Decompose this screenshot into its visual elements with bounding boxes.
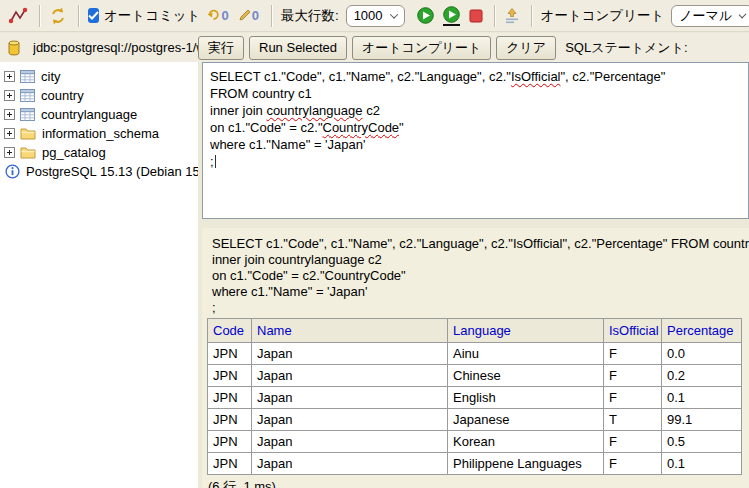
autocomplete-select[interactable]: ノーマル	[671, 5, 749, 27]
table-cell[interactable]: 0.0	[662, 343, 742, 365]
results-panel: SELECT c1."Code", c1."Name", c2."Languag…	[202, 228, 749, 488]
tree-item-pg-catalog[interactable]: pg_catalog	[4, 143, 198, 162]
autocomplete-button[interactable]: オートコンプリート	[352, 36, 491, 60]
table-cell[interactable]: JPN	[208, 343, 252, 365]
expand-icon[interactable]	[4, 109, 15, 120]
table-cell[interactable]: Philippene Languages	[448, 453, 604, 475]
table-cell[interactable]: JPN	[208, 453, 252, 475]
max-rows-select[interactable]: 1000	[346, 5, 405, 27]
execute-selected-icon[interactable]	[443, 6, 460, 26]
table-cell[interactable]: Japan	[252, 409, 448, 431]
result-table-body: JPNJapanAinuF0.0JPNJapanChineseF0.2JPNJa…	[208, 343, 742, 475]
table-cell[interactable]: 0.1	[662, 387, 742, 409]
table-cell[interactable]: F	[604, 431, 662, 453]
clear-button[interactable]: クリア	[496, 36, 556, 60]
table-cell[interactable]: JPN	[208, 409, 252, 431]
table-cell[interactable]: Korean	[448, 431, 604, 453]
table-row: JPNJapanChineseF0.2	[208, 365, 742, 387]
editor-line: SELECT c1."Code", c1."Name", c2."Languag…	[210, 68, 741, 85]
tree-item-label: countrylanguage	[41, 107, 137, 122]
editor-line: on c1."Code" = c2."CountryCode"	[210, 119, 741, 136]
table-cell[interactable]: 0.5	[662, 431, 742, 453]
echo-line: ;	[212, 300, 749, 316]
table-cell[interactable]: Japan	[252, 365, 448, 387]
result-table: CodeNameLanguageIsOfficialPercentage JPN…	[207, 318, 742, 475]
execute-button[interactable]: 実行	[198, 36, 244, 60]
text-caret	[215, 155, 216, 168]
folder-icon	[20, 146, 36, 159]
column-header-language[interactable]: Language	[448, 319, 604, 343]
format-sql-icon[interactable]	[504, 8, 520, 24]
table-cell[interactable]: F	[604, 343, 662, 365]
connection-icon[interactable]	[8, 7, 28, 25]
table-cell[interactable]: 99.1	[662, 409, 742, 431]
tree-item-label: country	[41, 88, 84, 103]
tree-item-country[interactable]: country	[4, 86, 198, 105]
stop-icon[interactable]	[469, 9, 483, 23]
toolbar-separator	[78, 5, 80, 27]
tree-item-label: PostgreSQL 15.13 (Debian 15.13	[26, 164, 198, 179]
reconnect-icon[interactable]	[49, 7, 67, 25]
echo-line: where c1."Name" = 'Japan'	[212, 284, 749, 300]
tree-item-label: information_schema	[42, 126, 159, 141]
table-row: JPNJapanJapaneseT99.1	[208, 409, 742, 431]
execute-icon[interactable]	[417, 7, 434, 24]
table-cell[interactable]: JPN	[208, 431, 252, 453]
column-header-name[interactable]: Name	[252, 319, 448, 343]
undo-count-badge: 0	[221, 8, 228, 23]
connection-bar: jdbc:postgresql://postgres-1/worl 実行 Run…	[0, 33, 749, 62]
table-cell[interactable]: Chinese	[448, 365, 604, 387]
table-cell[interactable]: Japan	[252, 343, 448, 365]
main-toolbar: オートコミット 0 0 最大行数: 1000 オートコンプリート	[0, 0, 749, 32]
misspelled-word: IsOfficial	[511, 69, 561, 84]
autocomplete-label: オートコンプリート	[541, 7, 665, 25]
pending-edits-icon[interactable]: 0	[239, 8, 259, 23]
table-icon	[20, 89, 35, 102]
table-cell[interactable]: Japan	[252, 387, 448, 409]
table-row: JPNJapanEnglishF0.1	[208, 387, 742, 409]
sql-editor[interactable]: SELECT c1."Code", c1."Name", c2."Languag…	[202, 62, 749, 219]
result-header-row: CodeNameLanguageIsOfficialPercentage	[208, 319, 742, 343]
table-cell[interactable]: Ainu	[448, 343, 604, 365]
tree-item-city[interactable]: city	[4, 67, 198, 86]
editor-line: ;	[210, 153, 741, 170]
undo-count-icon[interactable]: 0	[207, 8, 228, 23]
table-cell[interactable]: Japan	[252, 431, 448, 453]
table-row: JPNJapanAinuF0.0	[208, 343, 742, 365]
column-header-isofficial[interactable]: IsOfficial	[604, 319, 662, 343]
table-cell[interactable]: JPN	[208, 387, 252, 409]
table-cell[interactable]: Japan	[252, 453, 448, 475]
expand-icon[interactable]	[4, 71, 15, 82]
expand-icon[interactable]	[4, 128, 15, 139]
toolbar-separator	[271, 5, 273, 27]
table-cell[interactable]: F	[604, 387, 662, 409]
chevron-down-icon	[739, 10, 747, 18]
autocommit-checkbox[interactable]	[88, 8, 99, 23]
table-cell[interactable]: T	[604, 409, 662, 431]
tree-item-postgresql-15-13-debian-15-13[interactable]: PostgreSQL 15.13 (Debian 15.13	[4, 162, 198, 181]
table-cell[interactable]: 0.2	[662, 365, 742, 387]
table-icon	[20, 108, 35, 121]
table-cell[interactable]: JPN	[208, 365, 252, 387]
result-status: (6 行, 1 ms)	[208, 478, 749, 488]
editor-line: FROM country c1	[210, 85, 741, 102]
table-cell[interactable]: F	[604, 365, 662, 387]
connection-url-wrap: jdbc:postgresql://postgres-1/worl	[8, 40, 198, 56]
expand-icon[interactable]	[4, 90, 15, 101]
table-cell[interactable]: F	[604, 453, 662, 475]
run-selected-button[interactable]: Run Selected	[249, 36, 347, 60]
column-header-code[interactable]: Code	[208, 319, 252, 343]
table-cell[interactable]: English	[448, 387, 604, 409]
expand-icon[interactable]	[4, 147, 15, 158]
jdbc-url: jdbc:postgresql://postgres-1/worl	[33, 40, 198, 55]
toolbar-separator	[531, 5, 533, 27]
misspelled-word: CountryCode	[323, 120, 400, 135]
tree-item-countrylanguage[interactable]: countrylanguage	[4, 105, 198, 124]
table-cell[interactable]: Japanese	[448, 409, 604, 431]
table-cell[interactable]: 0.1	[662, 453, 742, 475]
autocommit-label: オートコミット	[104, 7, 200, 25]
tree-item-information-schema[interactable]: information_schema	[4, 124, 198, 143]
chevron-down-icon	[389, 10, 397, 18]
column-header-percentage[interactable]: Percentage	[662, 319, 742, 343]
result-echo: SELECT c1."Code", c1."Name", c2."Languag…	[202, 228, 749, 316]
